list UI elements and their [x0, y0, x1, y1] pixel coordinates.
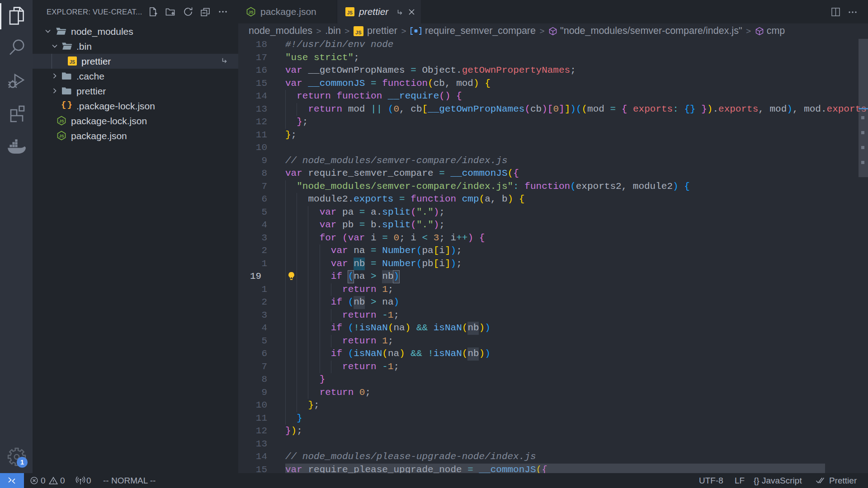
svg-text:JS: JS [70, 60, 75, 65]
svg-text:JS: JS [347, 10, 353, 15]
svg-text:JS: JS [59, 134, 64, 138]
svg-text:JS: JS [248, 10, 253, 14]
svg-text:JS: JS [355, 29, 361, 35]
svg-text:JS: JS [59, 119, 64, 123]
